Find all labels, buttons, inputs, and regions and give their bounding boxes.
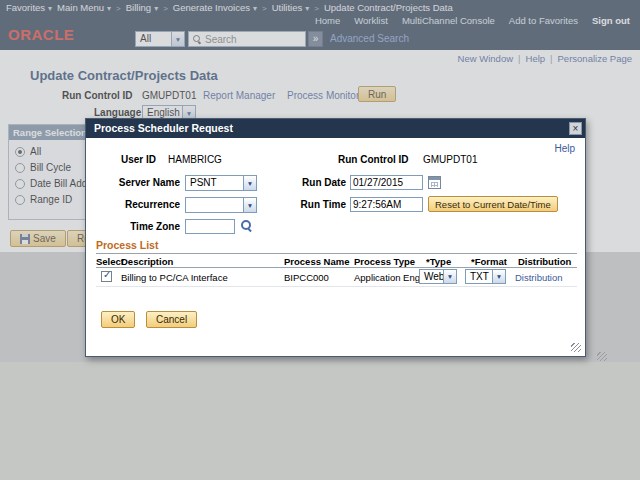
reset-date-time-button[interactable]: Reset to Current Date/Time [428,196,558,212]
server-name-label: Server Name [94,177,180,188]
lookup-icon[interactable] [240,219,252,231]
server-name-value: PSNT [186,176,243,190]
ok-button[interactable]: OK [101,311,135,328]
column-process-name: Process Name [284,256,349,267]
column-process-type: Process Type [354,256,415,267]
run-time-input[interactable] [350,197,423,212]
dialog-title: Process Scheduler Request [86,119,585,138]
chevron-down-icon [492,270,505,283]
chevron-down-icon [243,198,256,212]
recurrence-select[interactable] [185,197,257,213]
process-list-grid: Select Description Process Name Process … [96,253,577,287]
screen: Favorites Main Menu Billing Generate Inv… [0,0,640,480]
run-control-id-value: GMUPDT01 [423,154,477,165]
run-date-input[interactable] [350,175,423,190]
grid-header-row: Select Description Process Name Process … [96,253,577,268]
run-control-id-label: Run Control ID [338,154,409,165]
column-description: Description [121,256,173,267]
recurrence-label: Recurrence [94,199,180,210]
process-name: BIPCC000 [284,272,329,283]
distribution-link[interactable]: Distribution [515,272,563,283]
time-zone-label: Time Zone [94,221,180,232]
user-id-label: User ID [121,154,156,165]
server-name-select[interactable]: PSNT [185,175,257,191]
dialog-help-link[interactable]: Help [554,143,575,154]
process-scheduler-request-dialog: Process Scheduler Request Help User ID H… [85,118,586,357]
user-id-value: HAMBRICG [168,154,222,165]
dialog-titlebar[interactable]: Process Scheduler Request [86,119,585,138]
calendar-icon[interactable] [428,176,441,189]
column-format: *Format [471,256,507,267]
process-row: Billing to PC/CA Interface BIPCC000 Appl… [96,268,577,287]
column-type: *Type [426,256,451,267]
output-format-value: TXT [466,270,492,283]
output-type-select[interactable]: Web [419,269,457,284]
process-list-title: Process List [96,239,158,251]
column-distribution: Distribution [518,256,571,267]
dialog-resize-grip[interactable] [571,343,581,352]
chevron-down-icon [243,176,256,190]
cancel-button[interactable]: Cancel [146,311,197,328]
select-checkbox[interactable] [101,271,112,282]
chevron-down-icon [443,270,456,283]
close-icon[interactable] [569,122,582,135]
column-select: Select [96,256,124,267]
time-zone-input[interactable] [185,219,235,234]
run-time-label: Run Time [291,199,346,210]
output-format-select[interactable]: TXT [465,269,506,284]
run-date-label: Run Date [291,177,346,188]
output-type-value: Web [420,270,443,283]
recurrence-value [186,198,243,212]
process-description: Billing to PC/CA Interface [121,272,228,283]
